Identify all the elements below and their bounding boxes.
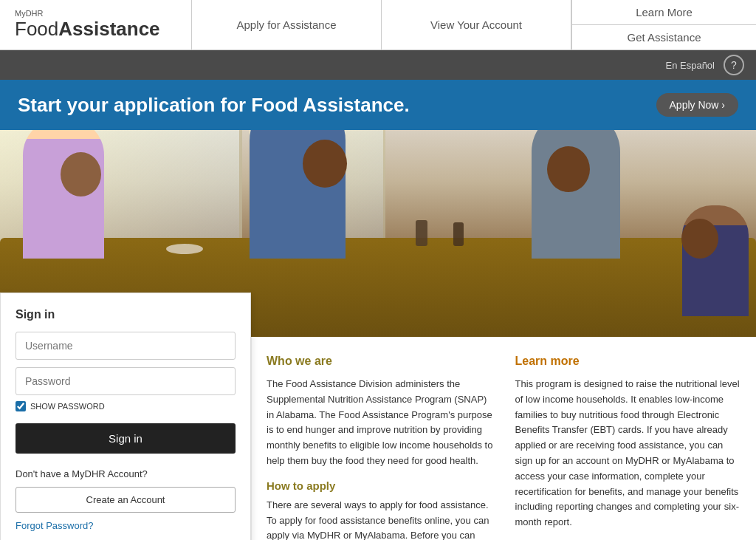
learn-more-text: This program is designed to raise the nu… <box>515 377 742 530</box>
show-password-label[interactable]: SHOW PASSWORD <box>16 401 236 411</box>
show-password-checkbox[interactable] <box>16 401 26 411</box>
who-we-are-col: Who we are The Food Assistance Division … <box>267 355 493 540</box>
username-input[interactable] <box>16 332 236 360</box>
person1-body <box>23 130 104 259</box>
logo-text: FoodAssistance <box>15 18 160 40</box>
nav-learn[interactable]: Learn More <box>572 0 756 25</box>
banner-text: Start your application for Food Assistan… <box>18 94 642 117</box>
who-we-are-text: The Food Assistance Division administers… <box>267 377 493 469</box>
main-nav: Apply for Assistance View Your Account <box>192 0 571 49</box>
content-area: Sign in SHOW PASSWORD Sign in Don't have… <box>0 337 756 540</box>
banner: Start your application for Food Assistan… <box>0 80 756 130</box>
how-to-apply-text: There are several ways to apply for food… <box>267 498 493 540</box>
plate1 <box>166 244 203 254</box>
signin-button[interactable]: Sign in <box>16 423 236 454</box>
glass2 <box>453 222 464 246</box>
nav-right: Learn More Get Assistance <box>571 0 756 49</box>
who-we-are-title: Who we are <box>267 355 493 368</box>
logo-mydhr: MyDHR <box>15 9 176 18</box>
signin-panel: Sign in SHOW PASSWORD Sign in Don't have… <box>0 293 251 540</box>
sub-header: En Español ? <box>0 50 756 80</box>
person1-head <box>61 152 101 196</box>
logo-food: Food <box>15 18 58 40</box>
apply-now-button[interactable]: Apply Now › <box>656 93 738 117</box>
learn-more-col: Learn more This program is designed to r… <box>515 355 742 540</box>
forgot-password-link[interactable]: Forgot Password? <box>16 520 236 531</box>
header: MyDHR FoodAssistance Apply for Assistanc… <box>0 0 756 50</box>
info-area: Who we are The Food Assistance Division … <box>251 337 756 540</box>
nav-get[interactable]: Get Assistance <box>572 25 756 49</box>
logo-area: MyDHR FoodAssistance <box>0 0 192 49</box>
person2-head <box>303 140 347 188</box>
nav-view[interactable]: View Your Account <box>382 0 571 49</box>
how-to-apply-title: How to apply <box>267 479 493 492</box>
person3-head <box>547 146 590 192</box>
glass1 <box>416 220 427 246</box>
logo-assistance: Assistance <box>58 18 159 40</box>
person4-head <box>681 219 718 259</box>
nav-apply[interactable]: Apply for Assistance <box>192 0 382 49</box>
no-account-text: Don't have a MyDHR Account? <box>16 468 236 479</box>
password-input[interactable] <box>16 367 236 395</box>
signin-title: Sign in <box>16 308 236 321</box>
learn-more-title: Learn more <box>515 355 742 368</box>
create-account-button[interactable]: Create an Account <box>16 487 236 513</box>
help-button[interactable]: ? <box>724 55 744 75</box>
espanol-link[interactable]: En Español <box>666 60 715 71</box>
